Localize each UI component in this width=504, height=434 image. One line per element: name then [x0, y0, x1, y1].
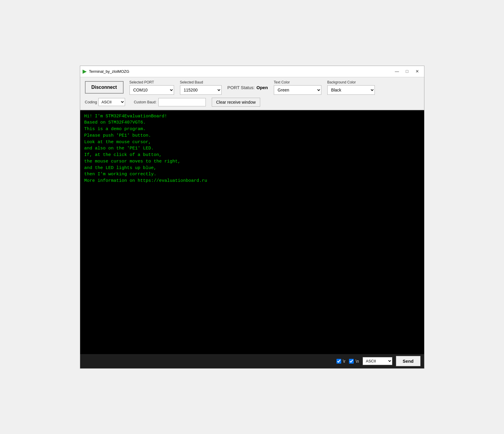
text-color-select[interactable]: Green White Red Yellow Cyan: [274, 85, 321, 95]
text-color-control: Text Color Green White Red Yellow Cyan: [274, 80, 321, 95]
cr-label: \r: [343, 359, 346, 364]
title-bar: ▶ Terminal_by_zloiMOZG — □ ✕: [80, 66, 424, 77]
statusbar: \r \n ASCII HEX DEC Send: [80, 354, 424, 368]
baud-select[interactable]: 115200 9600 19200 38400 57600: [180, 85, 222, 95]
toolbar: Disconnect Selected PORT COM10 COM1 COM2…: [80, 77, 424, 110]
text-color-label: Text Color: [274, 80, 290, 84]
custom-baud-input[interactable]: [158, 98, 206, 106]
lf-checkbox[interactable]: [349, 359, 354, 364]
port-control: Selected PORT COM10 COM1 COM2 COM3: [129, 80, 174, 95]
cr-checkbox[interactable]: [336, 359, 341, 364]
port-status: PORT Status: Open: [227, 85, 268, 90]
port-status-value: Open: [257, 85, 268, 90]
terminal-output[interactable]: Hi! I'm STM32F4EvaluationBoard! Based on…: [80, 110, 424, 354]
lf-label: \n: [356, 359, 359, 364]
port-select[interactable]: COM10 COM1 COM2 COM3: [129, 85, 174, 95]
baud-control: Selected Baud 115200 9600 19200 38400 57…: [180, 80, 222, 95]
minimize-button[interactable]: —: [393, 68, 402, 75]
coding-select[interactable]: ASCII HEX DEC: [98, 98, 125, 106]
window-title: Terminal_by_zloiMOZG: [89, 69, 129, 74]
bg-color-select[interactable]: Black White Navy Gray: [327, 85, 375, 95]
port-label: Selected PORT: [129, 80, 154, 84]
port-status-label: PORT Status:: [227, 85, 255, 90]
custom-baud-group: Custom Baud:: [134, 98, 206, 106]
coding-group: Coding ASCII HEX DEC: [85, 98, 125, 106]
send-button[interactable]: Send: [396, 356, 421, 366]
main-window: ▶ Terminal_by_zloiMOZG — □ ✕ Disconnect …: [80, 66, 424, 369]
send-coding-select[interactable]: ASCII HEX DEC: [363, 357, 392, 365]
cr-checkbox-group: \r: [336, 359, 346, 364]
maximize-button[interactable]: □: [403, 68, 412, 75]
bg-color-control: Background Color Black White Navy Gray: [327, 80, 375, 95]
coding-label: Coding: [85, 100, 97, 104]
toolbar-row2: Coding ASCII HEX DEC Custom Baud: Clear …: [85, 98, 419, 107]
app-icon: ▶: [83, 68, 87, 75]
disconnect-button[interactable]: Disconnect: [85, 81, 124, 94]
toolbar-row1: Disconnect Selected PORT COM10 COM1 COM2…: [85, 80, 419, 95]
custom-baud-label: Custom Baud:: [134, 100, 157, 104]
bg-color-label: Background Color: [327, 80, 356, 84]
lf-checkbox-group: \n: [349, 359, 359, 364]
close-button[interactable]: ✕: [413, 68, 422, 75]
title-bar-left: ▶ Terminal_by_zloiMOZG: [83, 68, 129, 75]
clear-button[interactable]: Clear receive window: [212, 98, 260, 107]
baud-label: Selected Baud: [180, 80, 203, 84]
title-bar-controls: — □ ✕: [393, 68, 422, 75]
